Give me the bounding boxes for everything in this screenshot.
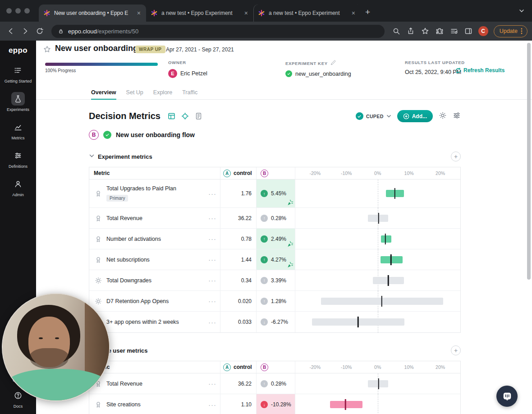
sidebar-item-getting-started[interactable]: Getting Started — [0, 64, 36, 83]
sidebar-item-experiments[interactable]: Experiments — [0, 92, 36, 112]
row-menu-button[interactable]: ··· — [208, 256, 216, 263]
confidence-interval-cell — [295, 208, 460, 228]
window-zoom-button[interactable] — [24, 8, 30, 14]
window-controls[interactable] — [6, 0, 30, 22]
extensions-icon[interactable] — [433, 25, 446, 37]
section-chevron-icon[interactable] — [89, 152, 95, 161]
definitions-icon — [11, 149, 25, 162]
confidence-interval-cell — [295, 373, 460, 394]
eppo-favicon — [43, 9, 50, 17]
sidebar-item-label: Docs — [0, 404, 36, 409]
ribbon-icon — [95, 235, 102, 243]
progress-bar — [45, 63, 158, 66]
control-value: 36.22 — [220, 208, 256, 228]
columns-icon[interactable] — [168, 112, 175, 120]
control-value: 36.22 — [220, 373, 256, 394]
clipboard-icon[interactable] — [195, 112, 202, 120]
row-menu-button[interactable]: ··· — [208, 235, 216, 243]
confidence-interval-cell — [295, 179, 460, 207]
settings-gear-icon[interactable] — [439, 111, 447, 121]
eppo-favicon — [258, 9, 265, 17]
edit-pencil-icon[interactable] — [330, 60, 336, 66]
lift-down-arrow-icon: ↓ — [261, 401, 268, 408]
lift-value: -6.27% — [271, 319, 288, 325]
browser-tab[interactable]: a new test • Eppo Experiment× — [253, 5, 361, 22]
window-close-button[interactable] — [6, 8, 12, 14]
refresh-results-button[interactable]: Refresh Results — [455, 67, 504, 74]
side-panel-icon[interactable] — [462, 25, 475, 37]
metric-name: Total Revenue — [106, 381, 142, 387]
sidebar-item-admin[interactable]: Admin — [0, 177, 36, 197]
update-button[interactable]: Update — [494, 25, 527, 37]
row-menu-button[interactable]: ··· — [208, 318, 216, 326]
confidence-interval-cell — [295, 394, 460, 414]
tab-search-chevron-icon[interactable] — [518, 8, 525, 14]
browser-toolbar: eppo.cloud/experiments/50 C Update — [0, 22, 532, 41]
profile-avatar[interactable]: C — [478, 26, 488, 36]
share-icon[interactable] — [404, 25, 417, 37]
add-metric-button[interactable]: Add... — [397, 110, 433, 122]
url-text: eppo.cloud/experiments/50 — [68, 28, 138, 35]
tab-set-up[interactable]: Set Up — [126, 86, 143, 99]
confetti-icon — [287, 199, 294, 206]
browser-tab[interactable]: New user onboarding • Eppo E× — [39, 5, 146, 22]
results-label: RESULTS LAST UPDATED — [405, 60, 465, 65]
tab-close-icon[interactable]: × — [136, 9, 142, 17]
gear-icon — [95, 277, 102, 284]
metric-name: D7 Retention App Opens — [106, 298, 169, 304]
add-section-metric-button[interactable]: + — [451, 152, 461, 161]
tab-close-icon[interactable]: × — [243, 9, 249, 17]
metric-name: Total Revenue — [106, 215, 142, 221]
reload-button[interactable] — [33, 25, 46, 37]
address-bar[interactable]: eppo.cloud/experiments/50 — [51, 25, 385, 38]
browser-tab-strip: New user onboarding • Eppo E×a new test … — [0, 0, 532, 22]
ribbon-icon — [95, 190, 102, 197]
search-icon[interactable] — [390, 25, 403, 37]
gear-icon — [95, 298, 102, 305]
cuped-label: CUPED — [366, 114, 384, 119]
tab-explore[interactable]: Explore — [153, 86, 172, 99]
window-minimize-button[interactable] — [15, 8, 21, 14]
control-value: 1.10 — [220, 394, 256, 414]
new-tab-button[interactable]: + — [365, 7, 370, 17]
webcam-person-eyes — [39, 337, 43, 339]
metric-name: Site creations — [106, 401, 141, 408]
axis-tick-label: -10% — [341, 364, 352, 370]
sidebar-item-definitions[interactable]: Definitions — [0, 149, 36, 169]
lift-up-arrow-icon: ↑ — [261, 235, 268, 243]
row-menu-button[interactable]: ··· — [208, 190, 216, 198]
browser-tab[interactable]: a new test • Eppo Experiment× — [146, 5, 253, 22]
metric-name: Total Upgrades to Paid Plan — [106, 185, 176, 192]
tab-traffic[interactable]: Traffic — [182, 86, 197, 99]
row-menu-button[interactable]: ··· — [208, 297, 216, 305]
key-check-icon — [285, 70, 292, 77]
row-menu-button[interactable]: ··· — [208, 276, 216, 284]
axis-tick-label: 10% — [404, 364, 414, 370]
control-value: 0.78 — [220, 229, 256, 249]
filter-icon[interactable] — [453, 111, 461, 121]
variant-name: New user onboarding flow — [116, 131, 195, 138]
favorite-star-icon[interactable] — [43, 46, 51, 53]
back-button[interactable] — [5, 25, 17, 37]
sidebar-item-metrics[interactable]: Metrics — [0, 120, 36, 140]
target-icon[interactable] — [181, 112, 189, 120]
row-menu-button[interactable]: ··· — [208, 401, 216, 409]
tab-title: a new test • Eppo Experiment — [161, 10, 240, 16]
ribbon-icon — [95, 256, 102, 263]
url-domain: eppo.cloud — [68, 28, 97, 35]
table-row: Site creations···1.10↓-10.28% — [89, 394, 460, 414]
add-section-metric-button[interactable]: + — [451, 345, 461, 355]
media-controls-icon[interactable] — [448, 25, 460, 37]
tab-overview[interactable]: Overview — [91, 86, 116, 99]
cuped-toggle[interactable]: CUPED — [356, 112, 391, 120]
tab-close-icon[interactable]: × — [351, 9, 356, 17]
table-row: Net subscriptions···1.44↑4.27% — [89, 249, 460, 270]
row-menu-button[interactable]: ··· — [208, 380, 216, 387]
forward-button[interactable] — [19, 25, 32, 37]
intercom-chat-button[interactable] — [496, 386, 518, 407]
scrollbar-thumb[interactable] — [527, 43, 531, 280]
bookmark-star-icon[interactable] — [419, 25, 431, 37]
lift-cell: ↑2.49% — [256, 229, 295, 249]
table-row: D7 Retention App Opens···0.020↑1.28% — [89, 291, 460, 312]
row-menu-button[interactable]: ··· — [208, 214, 216, 222]
